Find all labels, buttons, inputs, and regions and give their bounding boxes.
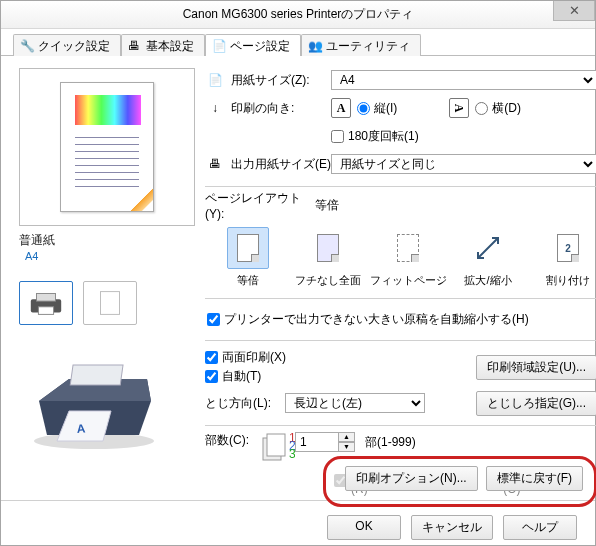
tile-scaled[interactable]: 拡大/縮小: [459, 227, 517, 288]
print-area-button[interactable]: 印刷領域設定(U)...: [476, 355, 596, 380]
autoshrink-checkbox[interactable]: プリンターで出力できない大きい原稿を自動縮小する(H): [207, 311, 596, 328]
svg-text:A: A: [76, 421, 86, 436]
portrait-glyph: A: [331, 98, 351, 118]
help-button[interactable]: ヘルプ: [503, 515, 577, 540]
svg-rect-5: [70, 365, 123, 385]
svg-rect-8: [267, 434, 285, 456]
thumb-printer[interactable]: [19, 281, 73, 325]
svg-rect-2: [38, 307, 53, 315]
tile-fit[interactable]: フィットページ: [379, 227, 437, 288]
ok-button[interactable]: OK: [327, 515, 401, 540]
margin-button[interactable]: とじしろ指定(G)...: [476, 391, 596, 416]
orientation-icon: ↓: [205, 99, 225, 117]
tile-borderless[interactable]: フチなし全面: [299, 227, 357, 288]
titlebar: Canon MG6300 series Printerのプロパティ ✕: [1, 1, 595, 29]
landscape-radio[interactable]: 横(D): [475, 100, 521, 117]
page-icon: 📄: [212, 39, 226, 53]
copies-icon: 123: [261, 432, 295, 462]
pagesize-select[interactable]: A4: [331, 70, 596, 90]
printer-illustration: A: [19, 351, 195, 454]
svg-rect-1: [37, 294, 56, 302]
rotate180-checkbox[interactable]: 180度回転(1): [331, 128, 419, 145]
paper-info: 普通紙 A4: [19, 232, 195, 263]
tile-nup[interactable]: 2割り付け: [539, 227, 596, 288]
landscape-glyph: A: [449, 98, 469, 118]
orientation-label: 印刷の向き:: [231, 100, 331, 117]
output-icon: 🖶: [205, 155, 225, 173]
copies-input[interactable]: ▲▼: [295, 432, 355, 452]
tab-basic[interactable]: 🖶基本設定: [121, 34, 205, 56]
wrench-icon: 🔧: [20, 39, 34, 53]
utility-icon: 👥: [308, 39, 322, 53]
pagesize-icon: 📄: [205, 71, 225, 89]
spin-up[interactable]: ▲: [339, 432, 355, 442]
page-thumb-icon: [91, 289, 129, 317]
properties-dialog: Canon MG6300 series Printerのプロパティ ✕ 🔧クイッ…: [0, 0, 596, 546]
page-preview: [19, 68, 195, 226]
pagesize-label: 用紙サイズ(Z):: [231, 72, 331, 89]
thumb-blank[interactable]: [83, 281, 137, 325]
printer-icon: 🖶: [128, 39, 142, 53]
output-size-label: 出力用紙サイズ(E):: [231, 156, 331, 173]
layout-tiles: 等倍 フチなし全面 フィットページ 拡大/縮小 2割り付け: [219, 227, 596, 288]
restore-defaults-button[interactable]: 標準に戻す(F): [486, 466, 583, 491]
layout-label: ページレイアウト(Y):: [205, 190, 315, 221]
copies-range: 部(1-999): [365, 434, 416, 451]
portrait-radio[interactable]: 縦(I): [357, 100, 397, 117]
close-button[interactable]: ✕: [553, 1, 595, 21]
tab-page-setup[interactable]: 📄ページ設定: [205, 34, 301, 56]
output-size-select[interactable]: 用紙サイズと同じ: [331, 154, 596, 174]
print-options-button[interactable]: 印刷オプション(N)...: [345, 466, 478, 491]
binding-select[interactable]: 長辺とじ(左): [285, 393, 425, 413]
tab-utility[interactable]: 👥ユーティリティ: [301, 34, 421, 56]
copies-label: 部数(C):: [205, 432, 261, 449]
cancel-button[interactable]: キャンセル: [411, 515, 493, 540]
spin-down[interactable]: ▼: [339, 442, 355, 452]
svg-rect-3: [101, 292, 120, 315]
binding-label: とじ方向(L):: [205, 395, 285, 412]
window-title: Canon MG6300 series Printerのプロパティ: [183, 6, 414, 23]
tab-bar: 🔧クイック設定 🖶基本設定 📄ページ設定 👥ユーティリティ: [1, 29, 595, 56]
tab-quick-setup[interactable]: 🔧クイック設定: [13, 34, 121, 56]
auto-checkbox[interactable]: 自動(T): [205, 368, 286, 385]
tile-normal[interactable]: 等倍: [219, 227, 277, 288]
printer-thumb-icon: [27, 289, 65, 317]
duplex-checkbox[interactable]: 両面印刷(X): [205, 349, 286, 366]
layout-value: 等倍: [315, 197, 339, 214]
